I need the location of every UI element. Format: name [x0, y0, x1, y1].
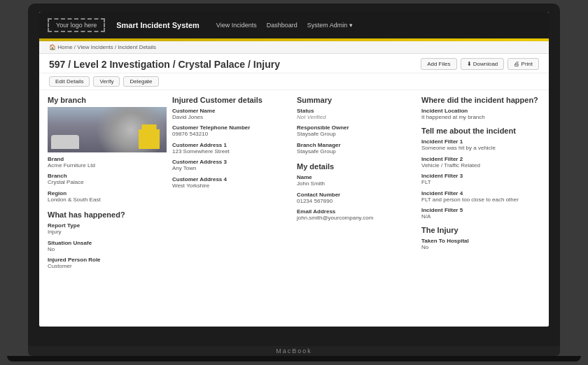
breadcrumb-current: Incident Details	[118, 44, 156, 50]
col3: Summary Status Not Verified Responsible …	[297, 96, 416, 270]
incident-image	[48, 107, 167, 152]
edit-details-button[interactable]: Edit Details	[49, 76, 90, 87]
page-title: 597 / Level 2 Investigation / Crystal Pa…	[49, 59, 280, 70]
customer-name-value: David Jones	[172, 114, 291, 121]
nav-view-incidents[interactable]: View Incidents	[216, 22, 257, 29]
region-label: Region	[48, 190, 167, 196]
branch-value: Crystal Palace	[48, 179, 167, 186]
filter3-label: Incident Filter 3	[421, 173, 540, 179]
filter5-value: N/A	[421, 213, 540, 220]
nav-dashboard[interactable]: Dashboard	[267, 22, 298, 29]
where-incident-title: Where did the incident happen?	[421, 96, 540, 104]
site-title: Smart Incident System	[116, 21, 200, 29]
brand-value: Acme Furniture Ltd	[48, 162, 167, 169]
filter1-value: Someone was hit by a vehicle	[421, 145, 540, 152]
report-type-label: Report Type	[48, 222, 167, 229]
location-label: Incident Location	[421, 108, 540, 114]
branch-manager-value: Staysafe Group	[297, 148, 416, 155]
tell-me-title: Tell me about the incident	[421, 127, 540, 135]
contact-value: 01234 567890	[297, 198, 416, 205]
branch-manager-label: Branch Manager	[297, 142, 416, 148]
filter4-label: Incident Filter 4	[421, 190, 540, 196]
print-button[interactable]: 🖨 Print	[507, 58, 539, 70]
forklift-shape	[139, 124, 160, 149]
situation-label: Situation Unsafe	[48, 240, 167, 246]
region-value: London & South East	[48, 196, 167, 203]
col1: My branch Brand Acme Furniture Ltd Branc…	[48, 96, 167, 270]
status-label: Status	[297, 108, 416, 114]
injury-title: The Injury	[421, 226, 540, 234]
filter1-label: Incident Filter 1	[421, 138, 540, 145]
nav-system-admin[interactable]: System Admin ▾	[307, 22, 353, 29]
incident-image-sim	[48, 107, 167, 152]
main-content: My branch Brand Acme Furniture Ltd Branc…	[39, 90, 549, 275]
my-details-title: My details	[297, 162, 416, 171]
what-happened-title: What has happened?	[48, 210, 167, 219]
situation-value: No	[48, 246, 167, 253]
add-files-button[interactable]: Add Files	[421, 58, 456, 70]
delegate-button[interactable]: Delegate	[123, 76, 158, 87]
location-value: It happened at my branch	[421, 114, 540, 121]
header-buttons: Add Files ⬇ Download 🖨 Print	[421, 58, 539, 70]
injured-role-value: Customer	[48, 263, 167, 270]
page-header: 597 / Level 2 Investigation / Crystal Pa…	[39, 54, 549, 73]
my-details-section: My details Name John Smith Contact Numbe…	[297, 162, 416, 222]
email-label: Email Address	[297, 208, 416, 215]
logo-box: Your logo here	[48, 18, 105, 32]
nav-links: View Incidents Dashboard System Admin ▾	[216, 22, 353, 29]
breadcrumb-view-incidents[interactable]: View Incidents	[77, 44, 113, 50]
action-row: Edit Details Verify Delegate	[39, 73, 549, 90]
filter3-value: FLT	[421, 179, 540, 186]
tell-me-section: Tell me about the incident Incident Filt…	[421, 127, 540, 220]
download-button[interactable]: ⬇ Download	[461, 58, 505, 70]
filter5-label: Incident Filter 5	[421, 207, 540, 213]
download-icon: ⬇	[467, 61, 473, 67]
laptop-foot	[7, 356, 581, 362]
car-shape	[51, 135, 79, 149]
print-icon: 🖨	[514, 61, 521, 67]
injury-section: The Injury Taken To Hospital No	[421, 226, 540, 251]
breadcrumb-home[interactable]: Home	[57, 44, 72, 50]
my-name-value: John Smith	[297, 180, 416, 187]
responsible-label: Responsible Owner	[297, 124, 416, 131]
customer-address1-value: 123 Somewhere Street	[172, 148, 291, 155]
customer-phone-value: 09876 543210	[172, 131, 291, 138]
top-navbar: Your logo here Smart Incident System Vie…	[39, 12, 549, 38]
what-happened-section: What has happened? Report Type Injury Si…	[48, 210, 167, 270]
filter2-value: Vehicle / Traffic Related	[421, 162, 540, 169]
customer-address1-label: Customer Address 1	[172, 142, 291, 148]
customer-address2-label: Customer Address 3	[172, 159, 291, 165]
customer-phone-label: Customer Telephone Number	[172, 124, 291, 131]
filter4-value: FLT and person too close to each other	[421, 196, 540, 203]
email-value: john.smith@yourcompany.com	[297, 215, 416, 222]
contact-label: Contact Number	[297, 192, 416, 198]
hospital-label: Taken To Hospital	[421, 238, 540, 244]
customer-address2-value: Any Town	[172, 165, 291, 172]
col2: Injured Customer details Customer Name D…	[172, 96, 291, 270]
report-type-value: Injury	[48, 229, 167, 236]
my-branch-title: My branch	[48, 96, 167, 104]
summary-title: Summary	[297, 96, 416, 104]
injured-customer-title: Injured Customer details	[172, 96, 291, 104]
macbook-label: MacBook	[276, 348, 312, 355]
breadcrumb: 🏠 Home / View Incidents / Incident Detai…	[39, 41, 549, 54]
verify-button[interactable]: Verify	[93, 76, 120, 87]
my-name-label: Name	[297, 174, 416, 180]
status-value: Not Verified	[297, 114, 416, 121]
logo-text: Your logo here	[56, 22, 97, 29]
customer-address3-label: Customer Address 4	[172, 176, 291, 182]
injured-role-label: Injured Person Role	[48, 257, 167, 263]
branch-label: Branch	[48, 173, 167, 179]
responsible-value: Staysafe Group	[297, 131, 416, 138]
hospital-value: No	[421, 244, 540, 251]
brand-label: Brand	[48, 156, 167, 162]
customer-name-label: Customer Name	[172, 108, 291, 114]
filter2-label: Incident Filter 2	[421, 156, 540, 162]
col4: Where did the incident happen? Incident …	[421, 96, 540, 270]
home-icon: 🏠	[49, 44, 56, 50]
laptop-base: MacBook	[28, 346, 560, 356]
customer-address3-value: West Yorkshire	[172, 182, 291, 189]
